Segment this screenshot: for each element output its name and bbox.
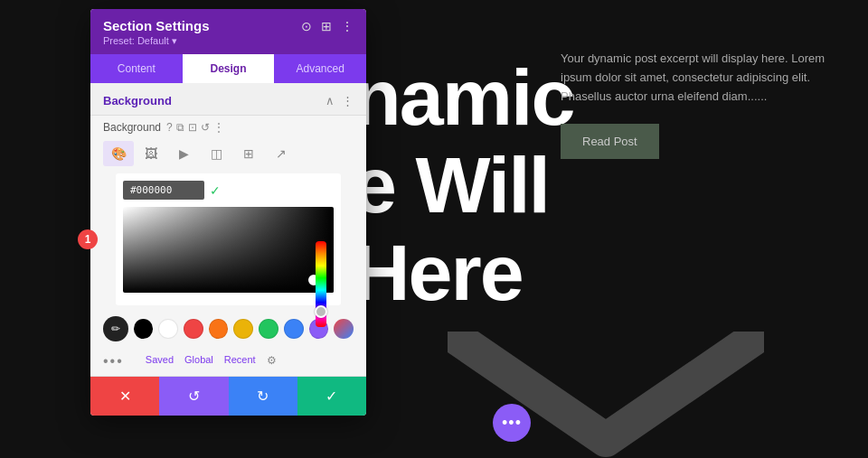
bg-controls-row: Background ? ⧉ ⊡ ↺ ⋮: [90, 116, 366, 137]
swatch-tabs: Saved Global Recent ⚙: [133, 352, 289, 370]
read-post-button[interactable]: Read Post: [561, 124, 659, 159]
pencil-icon: ✏: [111, 322, 120, 335]
undo-button[interactable]: ↺: [159, 377, 228, 416]
panel-title: Section Settings: [103, 18, 210, 33]
panel-header: Section Settings ⊙ ⊞ ⋮ Preset: Default ▾: [90, 9, 366, 54]
hex-confirm-icon[interactable]: ✓: [210, 183, 221, 198]
chevron-icon: [448, 332, 764, 458]
reset-icon[interactable]: ↺: [201, 121, 210, 134]
options-icon[interactable]: ⋮: [213, 121, 224, 134]
three-dots-icon[interactable]: •••: [103, 353, 124, 369]
panel-footer: ✕ ↺ ↻ ✓: [90, 376, 366, 416]
hero-line2: e Will: [353, 142, 573, 229]
number-badge: 1: [78, 229, 98, 249]
tab-content[interactable]: Content: [90, 54, 183, 83]
chevron-area: [344, 277, 868, 458]
hex-input[interactable]: [123, 181, 204, 200]
swatch-orange[interactable]: [209, 319, 229, 339]
dots-floating-button[interactable]: •••: [493, 404, 531, 442]
bg-type-pattern[interactable]: ⊞: [233, 141, 264, 166]
swatch-gear-icon[interactable]: ⚙: [267, 354, 277, 367]
target-icon[interactable]: ⊙: [301, 19, 312, 33]
swatch-green[interactable]: [259, 319, 278, 339]
hue-bar[interactable]: [316, 241, 326, 327]
hue-handle[interactable]: [315, 305, 327, 318]
bg-type-video[interactable]: ▶: [168, 141, 199, 166]
cancel-button[interactable]: ✕: [90, 377, 159, 416]
hex-row: ✓: [123, 181, 334, 200]
swatch-blue[interactable]: [284, 319, 304, 339]
tab-design[interactable]: Design: [183, 54, 275, 83]
swatch-edit-button[interactable]: ✏: [103, 316, 128, 341]
gradient-canvas[interactable]: [123, 207, 334, 293]
swatch-red[interactable]: [184, 319, 203, 339]
post-excerpt: Your dynamic post excerpt will display h…: [561, 50, 832, 106]
layout-icon[interactable]: ⊞: [321, 19, 332, 33]
bg-icon-row: ? ⧉ ⊡ ↺ ⋮: [166, 121, 224, 134]
bg-label: Background: [103, 121, 161, 134]
color-picker-area: ✓: [116, 173, 341, 305]
paste-icon[interactable]: ⊡: [188, 121, 197, 134]
bg-type-map[interactable]: ↗: [266, 141, 297, 166]
more-icon[interactable]: ⋮: [341, 19, 354, 33]
panel-preset[interactable]: Preset: Default ▾: [103, 35, 354, 47]
swatch-tab-global[interactable]: Global: [184, 354, 213, 367]
swatch-footer-row: ••• Saved Global Recent ⚙: [90, 351, 366, 376]
bg-type-gradient[interactable]: ◫: [201, 141, 231, 166]
background-section-header: Background ∧ ⋮: [90, 83, 366, 116]
right-content: Your dynamic post excerpt will display h…: [561, 50, 832, 159]
gradient-dark: [123, 207, 334, 293]
swatch-yellow[interactable]: [233, 319, 253, 339]
color-picker-wrapper: 1 ✓: [103, 173, 354, 305]
hero-line1: namic: [353, 54, 573, 142]
dots-icon: •••: [502, 414, 522, 433]
swatch-tab-saved[interactable]: Saved: [146, 354, 174, 367]
bg-type-row: 🎨 🖼 ▶ ◫ ⊞ ↗: [90, 137, 366, 173]
panel-body: Background ∧ ⋮ Background ? ⧉ ⊡ ↺ ⋮ 🎨 🖼 …: [90, 83, 366, 376]
swatch-white[interactable]: [158, 319, 178, 339]
confirm-button[interactable]: ✓: [297, 377, 366, 416]
bg-type-color[interactable]: 🎨: [103, 141, 134, 166]
redo-button[interactable]: ↻: [229, 377, 297, 416]
gradient-picker[interactable]: [123, 207, 334, 293]
tab-advanced[interactable]: Advanced: [274, 54, 366, 83]
copy-icon[interactable]: ⧉: [176, 121, 184, 134]
collapse-icon[interactable]: ∧: [326, 94, 335, 107]
background-section-title: Background: [103, 94, 172, 107]
bg-type-image[interactable]: 🖼: [136, 141, 166, 166]
swatch-black[interactable]: [134, 319, 154, 339]
swatch-tab-recent[interactable]: Recent: [224, 354, 256, 367]
section-settings-panel: Section Settings ⊙ ⊞ ⋮ Preset: Default ▾…: [90, 9, 366, 416]
question-icon[interactable]: ?: [166, 121, 173, 134]
panel-tabs: Content Design Advanced: [90, 54, 366, 83]
section-more-icon[interactable]: ⋮: [342, 94, 354, 107]
panel-header-icons: ⊙ ⊞ ⋮: [301, 19, 354, 33]
swatch-gradient[interactable]: [334, 319, 354, 339]
